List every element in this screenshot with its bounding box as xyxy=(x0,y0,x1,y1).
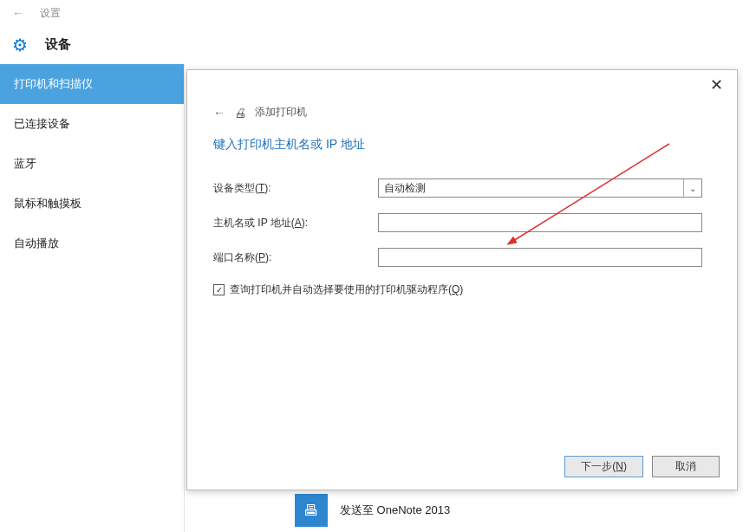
topbar: ← 设置 xyxy=(0,0,756,26)
printer-tile-icon: 🖶 xyxy=(295,494,328,527)
sidebar-item-connected[interactable]: 已连接设备 xyxy=(0,104,184,144)
port-row: 端口名称(P): xyxy=(213,248,702,267)
sidebar-item-autoplay[interactable]: 自动播放 xyxy=(0,224,184,263)
checkbox-label: 查询打印机并自动选择要使用的打印机驱动程序(Q) xyxy=(230,282,463,297)
device-type-label: 设备类型(T): xyxy=(213,181,378,196)
sidebar-item-label: 自动播放 xyxy=(14,237,59,250)
port-label: 端口名称(P): xyxy=(213,250,378,265)
hostname-label: 主机名或 IP 地址(A): xyxy=(213,216,378,230)
device-type-select[interactable]: 自动检测 ⌄ xyxy=(378,178,702,198)
sidebar-item-printers[interactable]: 打印机和扫描仪 xyxy=(0,64,184,104)
printer-icon: 🖨 xyxy=(234,106,246,120)
hostname-input[interactable] xyxy=(378,213,702,232)
onenote-printer-row[interactable]: 🖶 发送至 OneNote 2013 xyxy=(295,494,450,527)
cancel-button[interactable]: 取消 xyxy=(652,456,720,477)
auto-query-checkbox-row[interactable]: ✓ 查询打印机并自动选择要使用的打印机驱动程序(Q) xyxy=(213,282,702,297)
sidebar-item-label: 蓝牙 xyxy=(14,157,36,170)
next-button[interactable]: 下一步(N) xyxy=(564,456,643,477)
device-type-value: 自动检测 xyxy=(379,179,684,197)
settings-breadcrumb[interactable]: 设置 xyxy=(40,6,61,21)
page-title: 设备 xyxy=(45,36,71,53)
chevron-down-icon[interactable]: ⌄ xyxy=(684,184,701,193)
dialog-header-text: 添加打印机 xyxy=(255,105,307,120)
dialog-title: 键入打印机主机名或 IP 地址 xyxy=(187,120,737,152)
sidebar-item-mouse[interactable]: 鼠标和触摸板 xyxy=(0,184,184,224)
header: ⚙ 设备 xyxy=(0,26,756,64)
back-arrow-icon[interactable]: ← xyxy=(12,6,24,20)
sidebar-item-label: 鼠标和触摸板 xyxy=(14,197,81,210)
hostname-row: 主机名或 IP 地址(A): xyxy=(213,213,702,232)
onenote-printer-label: 发送至 OneNote 2013 xyxy=(340,503,450,518)
dialog-footer: 下一步(N) 取消 xyxy=(564,456,720,477)
sidebar-item-label: 打印机和扫描仪 xyxy=(14,77,93,90)
checkbox-icon[interactable]: ✓ xyxy=(213,284,225,295)
form: 设备类型(T): 自动检测 ⌄ 主机名或 IP 地址(A): 端口名称(P): … xyxy=(187,152,737,297)
dialog-header: ← 🖨 添加打印机 xyxy=(187,70,737,120)
sidebar-item-label: 已连接设备 xyxy=(14,117,70,130)
sidebar: 打印机和扫描仪 已连接设备 蓝牙 鼠标和触摸板 自动播放 xyxy=(0,64,185,532)
device-type-row: 设备类型(T): 自动检测 ⌄ xyxy=(213,178,702,198)
dialog-back-icon[interactable]: ← xyxy=(213,106,225,120)
gear-icon: ⚙ xyxy=(12,35,28,55)
port-input[interactable] xyxy=(378,248,702,267)
sidebar-item-bluetooth[interactable]: 蓝牙 xyxy=(0,144,184,184)
add-printer-dialog: ✕ ← 🖨 添加打印机 键入打印机主机名或 IP 地址 设备类型(T): 自动检… xyxy=(186,69,738,490)
close-icon[interactable]: ✕ xyxy=(703,74,730,96)
